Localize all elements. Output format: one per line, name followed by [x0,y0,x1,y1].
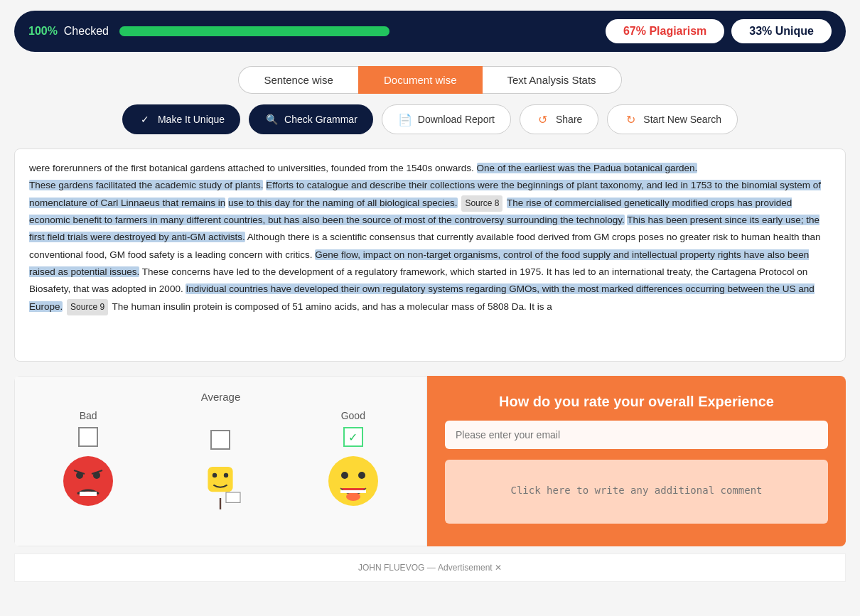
stats-section: 67% Plagiarism 33% Unique [606,19,832,43]
rating-section: Average Bad [14,376,846,546]
good-emoji [325,453,382,509]
svg-rect-7 [208,467,233,492]
bad-emoji [60,453,117,509]
text-highlight-padua: One of the earliest was the Padua botani… [477,163,698,173]
email-input[interactable] [445,421,828,449]
comment-box[interactable] [445,460,828,524]
bad-option: Bad [60,410,117,512]
good-checkbox[interactable]: ✓ [343,427,363,447]
actions-section: ✓ Make It Unique 🔍 Check Grammar 📄 Downl… [0,104,860,134]
download-report-button[interactable]: 📄 Download Report [382,104,511,134]
download-report-label: Download Report [418,114,495,125]
text-highlight-use: use to this day for the naming of all bi… [228,198,458,208]
svg-point-13 [358,472,365,479]
progress-bar-container [119,26,389,36]
start-new-search-label: Start New Search [643,114,721,125]
tab-document[interactable]: Document wise [358,66,483,94]
unique-badge: 33% Unique [731,19,832,43]
svg-rect-4 [85,492,91,496]
progress-bar-fill [119,26,389,36]
rating-left: Average Bad [14,376,427,546]
svg-point-14 [346,492,360,501]
tabs-section: Sentence wise Document wise Text Analysi… [0,66,860,94]
checked-pct: 100% [28,25,58,37]
source-badge-9: Source 9 [67,299,108,316]
text-segment-insulin: The human insulin protein is composed of… [112,301,527,312]
checked-label: 100% Checked [28,25,109,38]
svg-point-9 [224,473,228,477]
ad-banner: JOHN FLUEVOG — Advertisement ✕ [14,553,846,582]
share-button[interactable]: ↺ Share [520,104,598,134]
tab-stats[interactable]: Text Analysis Stats [483,66,622,94]
make-unique-label: Make It Unique [158,114,225,125]
text-segment-it-is: It is a [529,301,552,312]
ad-brand: JOHN FLUEVOG [358,563,424,573]
pdf-icon: 📄 [398,112,412,126]
ad-label: Advertisement [438,563,493,573]
make-unique-button[interactable]: ✓ Make It Unique [122,104,240,134]
text-segment-1: were forerunners of the first botanical … [29,163,477,173]
rating-right: How do you rate your overall Experience [427,376,846,546]
plagiarism-badge: 67% Plagiarism [606,19,724,43]
search-icon: 🔍 [264,112,279,126]
svg-point-12 [341,472,348,479]
good-label: Good [341,410,365,421]
text-content-area[interactable]: were forerunners of the first botanical … [14,148,846,362]
average-checkbox[interactable] [210,430,230,450]
rating-title: Average [201,391,241,403]
svg-rect-5 [91,492,97,496]
check-circle-icon: ✓ [138,112,152,126]
average-emoji [192,455,249,512]
share-label: Share [556,114,582,125]
svg-point-0 [63,456,113,506]
svg-rect-3 [80,492,85,496]
check-grammar-button[interactable]: 🔍 Check Grammar [249,104,373,134]
source-badge-8: Source 8 [461,195,502,212]
share-icon: ↺ [536,112,550,126]
bad-checkbox[interactable] [78,427,98,447]
svg-point-8 [213,473,217,477]
emoji-row: Bad [29,410,412,512]
checked-text: Checked [64,25,109,37]
check-grammar-label: Check Grammar [284,114,358,125]
good-option: Good ✓ [325,410,382,512]
tab-sentence[interactable]: Sentence wise [238,66,358,94]
svg-rect-10 [226,492,240,502]
start-new-search-button[interactable]: ↻ Start New Search [607,104,738,134]
rating-question: How do you rate your overall Experience [445,394,828,410]
checked-section: 100% Checked [28,25,606,38]
text-highlight-gardens: These gardens facilitated the academic s… [29,180,263,190]
top-bar: 100% Checked 67% Plagiarism 33% Unique [14,11,846,52]
bad-label: Bad [80,410,97,421]
refresh-icon: ↻ [623,112,638,126]
average-option [192,410,249,512]
